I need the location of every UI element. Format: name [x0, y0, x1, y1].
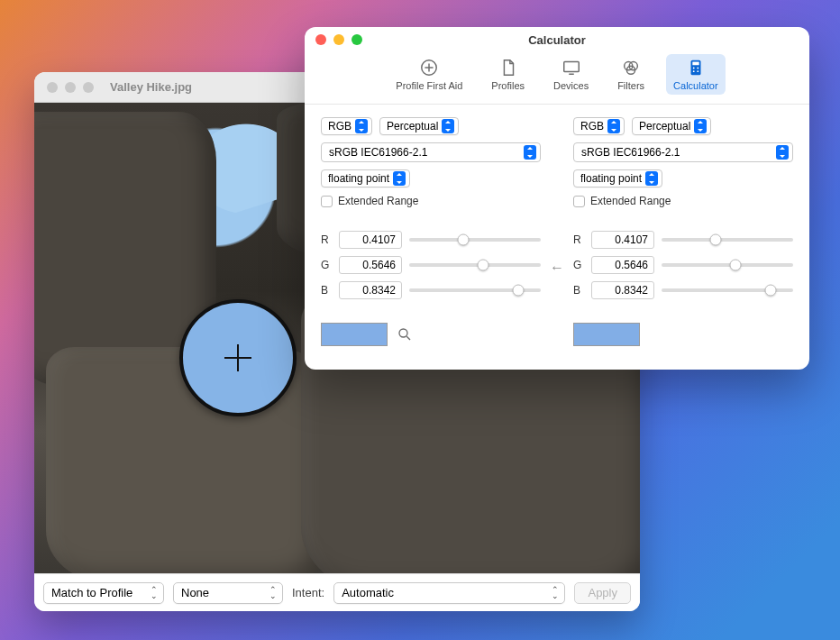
- channel-label: B: [321, 284, 332, 297]
- dest-extended-range-checkbox[interactable]: [573, 196, 585, 207]
- source-extended-range-checkbox[interactable]: [321, 196, 333, 207]
- tab-label: Calculator: [673, 80, 718, 91]
- svg-point-10: [697, 70, 698, 72]
- channel-slider[interactable]: [662, 281, 793, 299]
- calculator-titlebar[interactable]: Calculator: [305, 27, 809, 52]
- channel-label: R: [321, 233, 332, 246]
- stepper-icon: [524, 145, 536, 160]
- action-select[interactable]: Match to Profile ⌃⌄: [43, 582, 164, 604]
- source-intent-select[interactable]: Perceptual: [379, 117, 459, 135]
- dest-mode-select[interactable]: RGB: [573, 117, 625, 135]
- conversion-direction-arrow[interactable]: ←: [550, 260, 564, 276]
- chevron-updown-icon: ⌃⌄: [552, 587, 559, 599]
- extended-range-label: Extended Range: [590, 195, 671, 207]
- tab-filters[interactable]: Filters: [610, 54, 652, 95]
- image-window-toolbar: Match to Profile ⌃⌄ None ⌃⌄ Intent: Auto…: [34, 573, 640, 611]
- calculator-traffic-lights: [315, 34, 362, 45]
- tab-label: Profiles: [491, 80, 525, 91]
- tab-profiles[interactable]: Profiles: [484, 54, 532, 95]
- close-dot[interactable]: [315, 34, 326, 45]
- source-profile-select[interactable]: sRGB IEC61966-2.1: [321, 142, 541, 162]
- select-value: Perceptual: [639, 120, 690, 133]
- select-value: sRGB IEC61966-2.1: [581, 146, 680, 159]
- chevron-updown-icon: ⌃⌄: [151, 587, 158, 599]
- svg-rect-1: [563, 62, 579, 72]
- channel-slider[interactable]: [662, 256, 793, 274]
- dest-panel: RGB Perceptual sRGB IEC61966-2.1 floatin…: [573, 117, 793, 355]
- source-channel-g: G 0.5646: [321, 256, 541, 274]
- tab-profile-first-aid[interactable]: Profile First Aid: [388, 54, 470, 95]
- calculator-body: RGB Perceptual sRGB IEC61966-2.1 floatin…: [305, 105, 809, 370]
- first-aid-icon: [419, 58, 439, 78]
- tab-label: Devices: [553, 80, 589, 91]
- tab-label: Filters: [617, 80, 644, 91]
- apply-button[interactable]: Apply: [574, 582, 631, 604]
- source-color-swatch: [321, 323, 388, 346]
- calculator-title: Calculator: [305, 33, 809, 47]
- display-icon: [562, 58, 581, 78]
- select-value: floating point: [580, 172, 642, 185]
- minimize-dot[interactable]: [333, 34, 344, 45]
- channel-slider[interactable]: [409, 256, 541, 274]
- channel-label: G: [573, 259, 584, 271]
- intent-label: Intent:: [292, 586, 324, 599]
- document-icon: [498, 58, 518, 78]
- stepper-icon: [607, 119, 620, 133]
- select-value: sRGB IEC61966-2.1: [329, 146, 427, 159]
- channel-value-input[interactable]: 0.8342: [339, 281, 402, 299]
- profile-select[interactable]: None ⌃⌄: [173, 582, 283, 604]
- svg-rect-6: [692, 62, 698, 66]
- calculator-window: Calculator Profile First Aid Profiles De…: [305, 27, 809, 370]
- intent-select[interactable]: Automatic ⌃⌄: [333, 582, 565, 604]
- stepper-icon: [393, 171, 406, 186]
- source-channel-r: R 0.4107: [321, 231, 541, 249]
- channel-value-input[interactable]: 0.5646: [339, 256, 402, 274]
- tab-devices[interactable]: Devices: [546, 54, 596, 95]
- filters-icon: [621, 58, 641, 78]
- action-select-value: Match to Profile: [51, 586, 132, 599]
- eyedropper-magnifier-button[interactable]: [397, 326, 413, 343]
- svg-point-9: [693, 70, 695, 72]
- dest-channel-r: R 0.4107: [573, 231, 793, 249]
- zoom-dot[interactable]: [352, 34, 362, 45]
- dest-channel-b: B 0.8342: [573, 281, 793, 299]
- channel-value-input[interactable]: 0.5646: [591, 256, 654, 274]
- channel-value-input[interactable]: 0.4107: [591, 231, 654, 249]
- dest-profile-select[interactable]: sRGB IEC61966-2.1: [573, 142, 793, 162]
- zoom-dot[interactable]: [83, 82, 94, 93]
- tab-label: Profile First Aid: [396, 80, 462, 91]
- calculator-toolbar: Profile First Aid Profiles Devices Filte…: [305, 52, 809, 105]
- svg-point-7: [693, 68, 695, 69]
- dest-color-swatch: [573, 323, 640, 346]
- image-window-title: Valley Hike.jpg: [110, 80, 192, 94]
- dest-intent-select[interactable]: Perceptual: [632, 117, 711, 135]
- dest-channel-g: G 0.5646: [573, 256, 793, 274]
- close-dot[interactable]: [47, 82, 58, 93]
- channel-slider[interactable]: [662, 231, 793, 249]
- dest-format-select[interactable]: floating point: [573, 169, 662, 187]
- channel-label: G: [321, 259, 332, 271]
- stepper-icon: [645, 171, 658, 186]
- intent-select-value: Automatic: [342, 586, 394, 599]
- stepper-icon: [776, 145, 789, 160]
- calculator-icon: [686, 58, 706, 78]
- color-loupe[interactable]: [179, 299, 297, 416]
- select-value: RGB: [328, 120, 352, 133]
- stepper-icon: [355, 119, 368, 133]
- stepper-icon: [694, 119, 707, 133]
- extended-range-label: Extended Range: [338, 195, 418, 207]
- channel-slider[interactable]: [409, 281, 541, 299]
- channel-value-input[interactable]: 0.4107: [339, 231, 402, 249]
- minimize-dot[interactable]: [65, 82, 76, 93]
- select-value: Perceptual: [387, 120, 438, 133]
- source-format-select[interactable]: floating point: [321, 169, 410, 187]
- image-window-traffic-lights: [47, 82, 94, 93]
- profile-select-value: None: [181, 586, 209, 599]
- channel-slider[interactable]: [409, 231, 541, 249]
- select-value: RGB: [580, 120, 604, 133]
- channel-value-input[interactable]: 0.8342: [591, 281, 654, 299]
- source-mode-select[interactable]: RGB: [321, 117, 372, 135]
- tab-calculator[interactable]: Calculator: [666, 54, 726, 95]
- svg-point-11: [399, 329, 407, 337]
- svg-point-8: [697, 68, 698, 69]
